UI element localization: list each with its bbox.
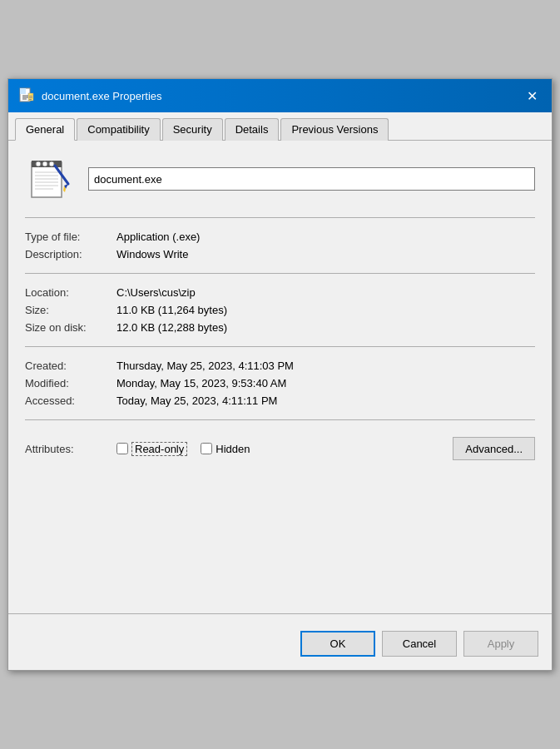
dates-section: Created: Thursday, May 25, 2023, 4:11:03…: [25, 357, 535, 409]
type-row: Type of file: Application (.exe): [25, 228, 535, 246]
size-on-disk-value: 12.0 KB (12,288 bytes): [116, 321, 535, 334]
divider-1: [25, 217, 535, 218]
size-on-disk-row: Size on disk: 12.0 KB (12,288 bytes): [25, 319, 535, 336]
content-spacer: [25, 467, 535, 600]
button-row: OK Cancel Apply: [8, 624, 552, 670]
accessed-label: Accessed:: [25, 394, 116, 407]
tab-bar: General Compatibility Security Details P…: [8, 112, 552, 141]
close-button[interactable]: ✕: [522, 86, 542, 106]
readonly-label[interactable]: Read-only: [131, 442, 187, 456]
svg-rect-7: [29, 96, 32, 97]
type-value: Application (.exe): [116, 231, 535, 243]
title-bar-left: document.exe Properties: [18, 87, 162, 104]
size-on-disk-label: Size on disk:: [25, 321, 116, 334]
location-size-section: Location: C:\Users\cus\zip Size: 11.0 KB…: [25, 284, 535, 336]
tab-previous-versions[interactable]: Previous Versions: [280, 118, 389, 141]
readonly-group: Read-only: [116, 442, 187, 456]
size-row: Size: 11.0 KB (11,264 bytes): [25, 301, 535, 319]
location-row: Location: C:\Users\cus\zip: [25, 284, 535, 301]
svg-point-20: [49, 161, 54, 166]
attributes-label: Attributes:: [25, 443, 116, 455]
location-value: C:\Users\cus\zip: [116, 286, 535, 299]
ok-button[interactable]: OK: [300, 631, 375, 657]
file-icon: [28, 157, 72, 201]
modified-label: Modified:: [25, 377, 116, 389]
type-description-section: Type of file: Application (.exe) Descrip…: [25, 228, 535, 263]
bottom-area: OK Cancel Apply: [8, 613, 552, 670]
window-title: document.exe Properties: [42, 90, 162, 102]
modified-row: Modified: Monday, May 15, 2023, 9:53:40 …: [25, 374, 535, 392]
type-label: Type of file:: [25, 231, 116, 243]
hidden-checkbox[interactable]: [201, 443, 212, 454]
readonly-checkbox[interactable]: [116, 443, 128, 454]
accessed-row: Accessed: Today, May 25, 2023, 4:11:11 P…: [25, 392, 535, 409]
description-row: Description: Windows Write: [25, 246, 535, 263]
description-label: Description:: [25, 248, 116, 260]
apply-button[interactable]: Apply: [463, 631, 538, 657]
svg-rect-1: [20, 88, 26, 94]
divider-2: [25, 273, 535, 274]
properties-window: document.exe Properties ✕ General Compat…: [7, 78, 553, 671]
title-icon: [18, 87, 35, 104]
hidden-group: Hidden: [201, 443, 250, 455]
created-label: Created:: [25, 360, 116, 372]
size-value: 11.0 KB (11,264 bytes): [116, 304, 535, 316]
modified-value: Monday, May 15, 2023, 9:53:40 AM: [116, 377, 535, 389]
tab-compatibility[interactable]: Compatibility: [77, 118, 160, 141]
description-value: Windows Write: [116, 248, 535, 260]
file-icon-container: [25, 154, 75, 204]
attributes-row: Attributes: Read-only Hidden Advanced...: [25, 430, 535, 467]
advanced-button[interactable]: Advanced...: [453, 437, 535, 460]
divider-3: [25, 346, 535, 347]
tab-content-general: Type of file: Application (.exe) Descrip…: [8, 141, 552, 613]
hidden-label[interactable]: Hidden: [216, 443, 250, 455]
file-header: [25, 154, 535, 204]
svg-point-18: [36, 161, 41, 166]
divider-4: [25, 419, 535, 420]
svg-point-19: [42, 161, 47, 166]
cancel-button[interactable]: Cancel: [382, 631, 457, 657]
created-value: Thursday, May 25, 2023, 4:11:03 PM: [116, 360, 535, 372]
bottom-divider: [8, 613, 552, 614]
size-label: Size:: [25, 304, 116, 316]
svg-rect-9: [29, 99, 32, 100]
attributes-controls: Read-only Hidden Advanced...: [116, 437, 535, 460]
created-row: Created: Thursday, May 25, 2023, 4:11:03…: [25, 357, 535, 374]
tab-general[interactable]: General: [15, 118, 75, 141]
accessed-value: Today, May 25, 2023, 4:11:11 PM: [116, 394, 535, 407]
title-bar: document.exe Properties ✕: [8, 79, 552, 112]
filename-input[interactable]: [88, 167, 535, 191]
tab-security[interactable]: Security: [162, 118, 223, 141]
tab-details[interactable]: Details: [225, 118, 280, 141]
location-label: Location:: [25, 286, 116, 299]
svg-rect-8: [29, 97, 32, 98]
